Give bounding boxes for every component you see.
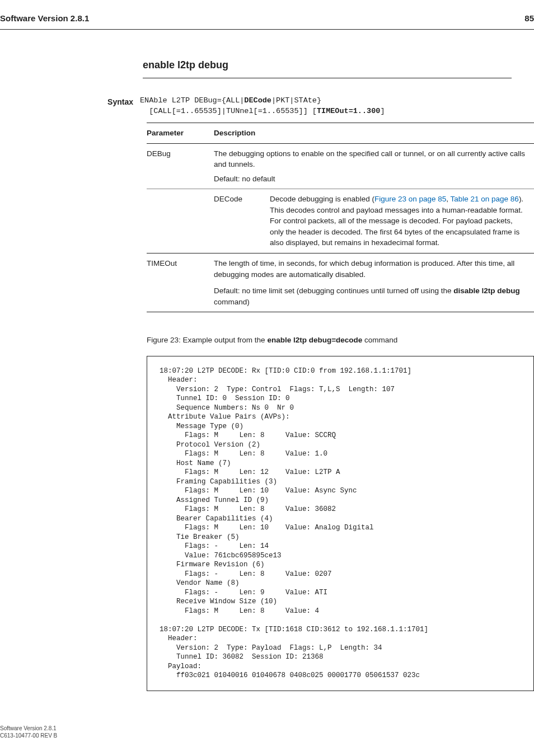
debug-default: Default: no default (214, 173, 527, 185)
parameter-table: Parameter Description DEBug The debuggin… (147, 123, 534, 312)
th-description: Description (214, 123, 534, 143)
header-page-number: 85 (524, 12, 534, 25)
syntax-code: ENAble L2TP DEBug={ALL|DECode|PKT|STAte}… (140, 95, 512, 117)
example-output: 18:07:20 L2TP DECODE: Rx [TID:0 CID:0 fr… (147, 356, 534, 691)
footer-line2: C613-10477-00 REV B (0, 732, 534, 739)
header-title: Software Version 2.8.1 (0, 12, 89, 25)
footer-line1: Software Version 2.8.1 (0, 725, 534, 732)
command-heading: enable l2tp debug (143, 58, 512, 78)
debug-desc: The debugging options to enable on the s… (214, 148, 527, 170)
page-content: enable l2tp debug Syntax ENAble L2TP DEB… (62, 30, 512, 691)
syntax-block: Syntax ENAble L2TP DEBug={ALL|DECode|PKT… (62, 95, 512, 117)
figure-caption: Figure 23: Example output from the enabl… (147, 335, 512, 346)
link-figure-23[interactable]: Figure 23 on page 85 (374, 195, 446, 203)
link-table-21[interactable]: Table 21 on page 86 (451, 195, 519, 203)
th-parameter: Parameter (147, 123, 214, 143)
page-header: Software Version 2.8.1 85 (0, 0, 534, 30)
syntax-line1-pre: ENAble L2TP DEBug={ALL| (140, 96, 244, 105)
syntax-label: Syntax (62, 95, 140, 107)
param-timeout: TIMEOut (147, 253, 214, 312)
param-debug: DEBug (147, 143, 214, 189)
syntax-line2-pre: [CALL[=1..65535]|TUNnel[=1..65535]] [ (140, 107, 317, 115)
timeout-desc: The length of time, in seconds, for whic… (214, 258, 527, 280)
decode-desc: Decode debugging is enabled (Figure 23 o… (270, 189, 534, 253)
syntax-line1-post: |PKT|STAte} (271, 96, 321, 105)
syntax-line2-bold: TIMEOut=1..300 (317, 107, 380, 115)
subparam-decode: DECode (214, 189, 270, 253)
syntax-line2-post: ] (380, 107, 385, 115)
timeout-default: Default: no time limit set (debugging co… (214, 285, 527, 307)
syntax-line1-bold: DECode (244, 96, 271, 105)
page-footer: Software Version 2.8.1 C613-10477-00 REV… (0, 725, 534, 739)
